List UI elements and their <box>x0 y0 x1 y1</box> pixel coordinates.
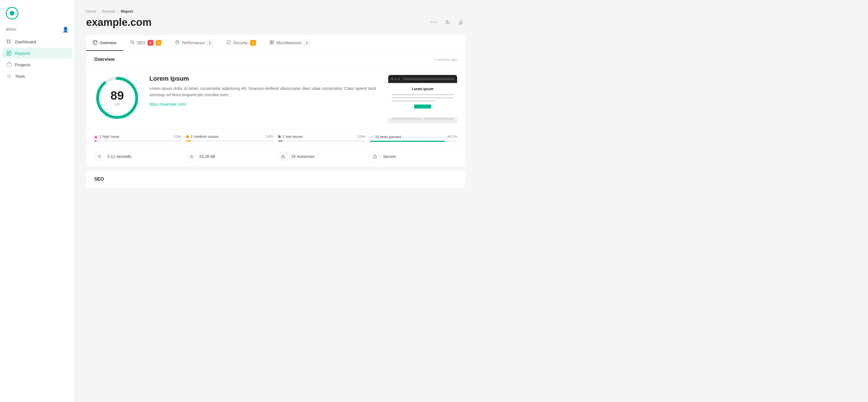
projects-icon <box>6 62 11 67</box>
stat-resources-label: 15 resources <box>291 154 314 159</box>
print-button[interactable]: 🖨 <box>457 18 465 27</box>
tab-security[interactable]: Security 1 <box>220 35 263 51</box>
sidebar-item-tools[interactable]: Tools <box>2 71 72 82</box>
sidebar-item-reports[interactable]: Reports <box>2 48 72 59</box>
main-content: Home › Reports › Report example.com ··· … <box>75 0 868 402</box>
high-issue-text: 1 high issue <box>99 134 119 139</box>
overview-timestamp: 7 minutes ago <box>434 57 457 62</box>
preview-thumbnail: Lorem Ipsum <box>388 75 457 124</box>
svg-point-25 <box>281 157 282 158</box>
tab-seo-label: SEO <box>137 40 145 45</box>
more-options-button[interactable]: ··· <box>429 17 439 28</box>
svg-rect-3 <box>9 42 11 43</box>
print-icon: 🖨 <box>458 20 463 26</box>
medium-issue-bar-fill <box>186 141 191 142</box>
report-url[interactable]: https://example.com/ <box>149 102 186 106</box>
svg-rect-0 <box>7 39 8 41</box>
svg-point-30 <box>375 157 375 158</box>
issues-row: 1 high issue 2.8% 2 med <box>86 129 465 147</box>
secure-icon <box>370 151 380 162</box>
tab-miscellaneous[interactable]: Miscellaneous 1 <box>263 35 317 51</box>
stats-row: ⏱ 0.11 seconds ⚖ 54.26 kB <box>86 147 465 166</box>
medium-issue-pct: 5.6% <box>266 135 273 139</box>
thumb-footer-block-1 <box>392 118 422 120</box>
thumb-header <box>388 75 457 83</box>
tab-performance[interactable]: Performance 1 <box>168 35 220 51</box>
logo-inner <box>10 11 14 16</box>
tab-overview[interactable]: Overview <box>86 35 123 51</box>
refresh-icon: ↻ <box>445 19 450 26</box>
sidebar-item-dashboard[interactable]: Dashboard <box>2 36 72 47</box>
tools-icon <box>6 73 11 79</box>
tabs-container: Overview SEO 1 1 <box>86 35 465 51</box>
thumb-dot-3 <box>398 78 400 80</box>
issue-high: 1 high issue 2.8% <box>94 134 182 142</box>
sidebar-item-label-reports: Reports <box>15 51 30 56</box>
passed-pct: 86.1% <box>447 135 457 139</box>
svg-point-15 <box>131 41 133 44</box>
thumb-body: Lorem Ipsum <box>388 83 457 118</box>
score-center: 89 100 <box>111 90 124 106</box>
miscellaneous-badge: 1 <box>304 40 310 45</box>
svg-rect-21 <box>272 42 274 44</box>
reports-icon <box>6 51 11 56</box>
overview-card: Overview 7 minutes ago 89 <box>86 51 465 166</box>
thumb-site-title: Lorem Ipsum <box>392 87 454 91</box>
medium-issue-icon <box>186 135 189 138</box>
svg-rect-19 <box>270 42 272 44</box>
breadcrumb-current: Report <box>121 9 133 13</box>
score-circle: 89 100 <box>94 75 140 121</box>
stat-size-label: 54.26 kB <box>199 154 215 159</box>
svg-rect-1 <box>9 39 11 41</box>
low-issue-icon <box>278 135 281 138</box>
sidebar-item-label-tools: Tools <box>15 74 25 79</box>
more-icon: ··· <box>430 19 437 26</box>
sidebar-item-label-dashboard: Dashboard <box>15 39 36 44</box>
high-issue-pct: 2.8% <box>174 135 182 139</box>
page-title: example.com <box>86 17 152 28</box>
header-actions: ··· ↻ 🖨 <box>429 17 465 28</box>
high-issue-icon <box>94 135 98 138</box>
issue-medium-label: 2 medium issues 5.6% <box>186 134 273 139</box>
tab-overview-label: Overview <box>100 40 116 45</box>
svg-rect-12 <box>93 40 97 44</box>
refresh-button[interactable]: ↻ <box>444 17 452 28</box>
breadcrumb-reports[interactable]: Reports <box>102 9 115 13</box>
thumb-line-3 <box>392 100 435 102</box>
stat-resources: 15 resources <box>278 151 365 162</box>
low-issue-bar-track <box>278 141 365 142</box>
thumb-footer <box>388 118 457 124</box>
thumb-line-2 <box>392 97 454 98</box>
overview-icon <box>93 40 97 45</box>
size-icon: ⚖ <box>186 151 196 162</box>
sidebar: MENU 👤 Dashboard <box>0 0 75 402</box>
issue-passed: ✓ 31 tests passed 86.1% <box>370 134 457 142</box>
user-icon[interactable]: 👤 <box>62 26 69 33</box>
menu-label: MENU <box>6 28 17 32</box>
breadcrumb-home[interactable]: Home <box>86 9 96 13</box>
stat-time: ⏱ 0.11 seconds <box>94 151 182 162</box>
stat-size: ⚖ 54.26 kB <box>186 151 273 162</box>
thumb-dot-2 <box>395 78 397 80</box>
thumb-cta-button <box>414 104 431 109</box>
performance-icon <box>175 40 180 45</box>
time-icon: ⏱ <box>94 151 104 162</box>
svg-point-26 <box>284 157 285 158</box>
breadcrumb: Home › Reports › Report <box>86 9 465 13</box>
sidebar-nav: Dashboard Reports Projects <box>0 36 74 82</box>
thumb-url-bar <box>403 78 454 80</box>
svg-point-24 <box>282 155 284 156</box>
performance-badge: 1 <box>207 40 213 45</box>
report-card: Overview SEO 1 1 <box>86 35 465 166</box>
seo-section: SEO <box>86 171 465 187</box>
tab-seo[interactable]: SEO 1 1 <box>123 35 168 51</box>
seo-icon <box>130 40 134 45</box>
svg-line-27 <box>282 156 283 157</box>
medium-issue-text: 2 medium issues <box>191 134 219 139</box>
thumb-dot-1 <box>391 78 393 80</box>
stat-time-label: 0.11 seconds <box>107 154 131 159</box>
stat-secure: Secure <box>370 151 457 162</box>
passed-bar-fill <box>370 141 445 142</box>
sidebar-item-projects[interactable]: Projects <box>2 59 72 70</box>
seo-badge-red: 1 <box>148 40 153 45</box>
